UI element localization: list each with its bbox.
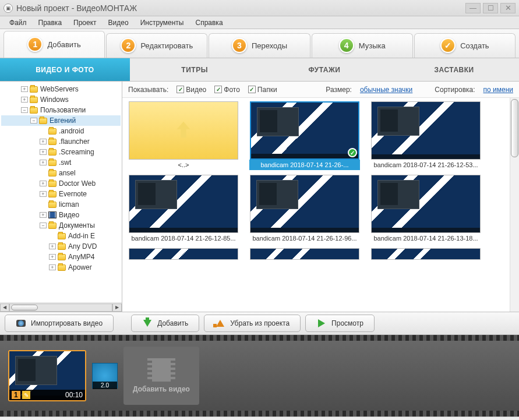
thumb-file-5[interactable]: bandicam 2018-07-14 21-26-13-18... — [370, 175, 481, 243]
scroll-left-icon[interactable]: ◀ — [0, 303, 9, 312]
size-label: Размер: — [326, 86, 352, 94]
filter-folders[interactable]: ✓Папки — [248, 86, 277, 94]
step-add[interactable]: 1 Добавить — [3, 31, 105, 58]
folder-tree[interactable]: +WebServers +Windows −Пользователи −Евге… — [0, 82, 122, 302]
menu-edit[interactable]: Правка — [33, 17, 68, 29]
file-browser: Показывать: ✓Видео ✓Фото ✓Папки Размер: … — [122, 82, 519, 312]
expand-icon[interactable]: + — [49, 254, 56, 260]
step-edit[interactable]: 2 Редактировать — [106, 33, 207, 58]
remove-button[interactable]: Убрать из проекта — [204, 315, 301, 332]
tree-node-flauncher[interactable]: +.flauncher — [1, 136, 121, 147]
expand-icon[interactable]: + — [40, 191, 47, 197]
video-thumb-icon — [371, 248, 481, 260]
add-video-slot[interactable]: Добавить видео — [123, 347, 199, 405]
sort-label: Сортировка: — [435, 86, 475, 94]
sort-link[interactable]: по имени — [483, 86, 513, 94]
thumb-file-3[interactable]: bandicam 2018-07-14 21-26-12-85... — [128, 175, 239, 243]
expand-icon[interactable]: + — [21, 97, 28, 103]
thumb-file-1[interactable]: ✓ bandicam 2018-07-14 21-26-... — [249, 101, 360, 170]
step-music[interactable]: 4 Музыка — [312, 33, 413, 58]
expand-icon[interactable]: + — [40, 139, 47, 144]
folder-icon — [48, 202, 57, 208]
expand-icon[interactable]: + — [21, 86, 28, 92]
tree-node-evgeniy[interactable]: −Евгений — [1, 115, 121, 126]
tree-node-android[interactable]: .android — [1, 126, 121, 136]
scroll-right-icon[interactable]: ▶ — [112, 303, 122, 312]
expand-icon[interactable]: + — [40, 181, 47, 186]
tree-node-licman[interactable]: licman — [1, 199, 121, 210]
thumb-file-6[interactable] — [128, 248, 239, 260]
tree-node-users[interactable]: −Пользователи — [1, 105, 121, 115]
edit-clip-icon[interactable]: ✎ — [22, 391, 30, 399]
browser-v-scrollbar[interactable] — [510, 98, 519, 312]
expand-icon[interactable]: + — [40, 160, 47, 165]
tree-node-anymp4[interactable]: +AnyMP4 — [1, 252, 121, 262]
tree-h-scrollbar[interactable]: ◀ ▶ — [0, 302, 122, 312]
menu-video[interactable]: Видео — [103, 17, 135, 29]
size-link[interactable]: обычные значки — [360, 86, 412, 94]
expand-icon[interactable]: + — [49, 264, 56, 270]
menu-tools[interactable]: Инструменты — [135, 17, 190, 29]
tree-node-swt[interactable]: +.swt — [1, 157, 121, 168]
collapse-icon[interactable]: − — [21, 107, 28, 113]
clip-index: 1 — [12, 391, 20, 399]
transition-slot[interactable]: 2.0 — [92, 363, 118, 389]
thumb-file-8[interactable] — [370, 248, 481, 260]
checkbox-icon: ✓ — [214, 86, 222, 93]
tree-node-ansel[interactable]: ansel — [1, 168, 121, 178]
menu-help[interactable]: Справка — [189, 17, 228, 29]
expand-icon[interactable]: + — [40, 149, 47, 155]
filter-video[interactable]: ✓Видео — [176, 86, 206, 94]
step-transitions[interactable]: 3 Переходы — [209, 33, 310, 58]
menu-file[interactable]: Файл — [3, 17, 33, 29]
film-strip-decoration — [0, 335, 519, 341]
thumb-parent-folder[interactable]: <..> — [128, 101, 239, 170]
thumb-file-2[interactable]: bandicam 2018-07-14 21-26-12-53... — [370, 101, 481, 170]
scroll-thumb[interactable] — [511, 99, 518, 157]
scroll-track[interactable] — [9, 303, 112, 312]
close-button[interactable]: ✕ — [500, 3, 516, 13]
added-check-icon: ✓ — [348, 148, 357, 157]
collapse-icon[interactable]: − — [40, 223, 47, 228]
tree-node-evernote[interactable]: +Evernote — [1, 189, 121, 199]
folder-icon — [48, 128, 57, 135]
video-thumb-icon: ✓ — [250, 101, 359, 160]
subtab-footage[interactable]: ФУТАЖИ — [260, 58, 390, 81]
folder-icon — [48, 170, 57, 177]
step-create[interactable]: ✓ Создать — [414, 33, 516, 58]
scroll-thumb[interactable] — [11, 305, 38, 310]
menu-project[interactable]: Проект — [68, 17, 103, 29]
import-video-button[interactable]: Импортировать видео — [5, 315, 114, 332]
tree-node-webservers[interactable]: +WebServers — [1, 84, 121, 94]
tree-node-doctorweb[interactable]: +Doctor Web — [1, 178, 121, 189]
tree-node-video[interactable]: +Видео — [1, 210, 121, 220]
timeline-clip-1[interactable]: 1 ✎ 00:10 — [8, 350, 86, 401]
subtab-video-photo[interactable]: ВИДЕО И ФОТО — [0, 58, 130, 81]
subtab-titles[interactable]: ТИТРЫ — [130, 58, 260, 81]
video-thumb-icon — [250, 248, 359, 260]
expand-icon[interactable]: + — [40, 212, 47, 218]
tree-node-windows[interactable]: +Windows — [1, 94, 121, 105]
tree-node-anydvd[interactable]: +Any DVD — [1, 241, 121, 252]
preview-button[interactable]: Просмотр — [305, 315, 375, 332]
minimize-button[interactable]: — — [465, 3, 481, 13]
tree-node-addine[interactable]: Add-in E — [1, 231, 121, 241]
collapse-icon[interactable]: − — [30, 118, 37, 123]
thumb-file-7[interactable] — [249, 248, 360, 260]
camera-icon — [16, 318, 26, 329]
tree-node-apower[interactable]: +Apower — [1, 262, 121, 273]
thumb-file-4[interactable]: bandicam 2018-07-14 21-26-12-96... — [249, 175, 360, 243]
tree-node-documents[interactable]: −Документы — [1, 220, 121, 231]
folder-icon — [48, 223, 57, 229]
thumb-label: bandicam 2018-07-14 21-26-12-96... — [249, 233, 360, 243]
add-button[interactable]: Добавить — [131, 315, 199, 332]
tree-node-screaming[interactable]: +.Screaming — [1, 147, 121, 157]
thumb-label: bandicam 2018-07-14 21-26-12-85... — [128, 233, 239, 243]
film-strip-decoration — [0, 411, 519, 417]
timeline[interactable]: 1 ✎ 00:10 2.0 Добавить видео — [0, 335, 519, 417]
filter-photo[interactable]: ✓Фото — [214, 86, 240, 94]
subtab-intros[interactable]: ЗАСТАВКИ — [389, 58, 519, 81]
expand-icon[interactable]: + — [49, 243, 56, 249]
maximize-button[interactable]: ☐ — [483, 3, 498, 13]
status-bar: Количество добавленных файлов: 1 Длитель… — [0, 417, 519, 420]
